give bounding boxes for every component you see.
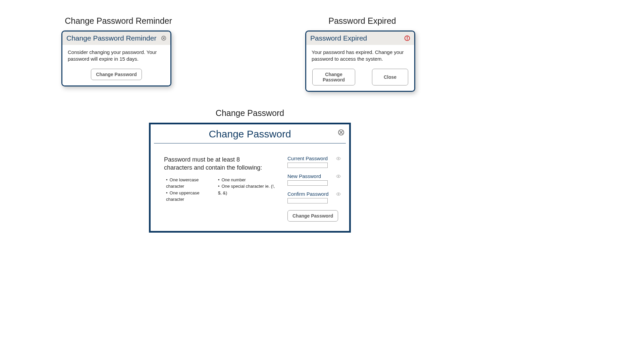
- reminder-dialog: Change Password Reminder Consider changi…: [61, 31, 171, 86]
- expired-actions: Change Password Close: [312, 69, 409, 85]
- rule-special: One special character ie. (!, $, &): [218, 183, 277, 196]
- expired-body-text: Your password has expired. Change your p…: [312, 49, 409, 63]
- confirm-password-input[interactable]: [287, 198, 328, 203]
- eye-icon[interactable]: [336, 156, 341, 161]
- field-confirm-password: Confirm Password: [287, 191, 341, 203]
- field-new-password: New Password: [287, 173, 341, 186]
- eye-icon[interactable]: [336, 174, 341, 179]
- reminder-dialog-header: Change Password Reminder: [62, 32, 170, 45]
- close-button[interactable]: Close: [372, 69, 408, 85]
- password-form: Current Password New Password: [287, 156, 341, 222]
- svg-point-7: [338, 193, 339, 194]
- section-expired: Password Expired Password Expired Your p…: [305, 16, 419, 92]
- field-label-row: Current Password: [287, 156, 341, 161]
- section-title-expired: Password Expired: [305, 16, 419, 26]
- svg-point-3: [407, 39, 408, 40]
- reminder-dialog-body: Consider changing your password. Your pa…: [62, 45, 170, 85]
- eye-icon[interactable]: [336, 191, 341, 197]
- section-title-change: Change Password: [149, 108, 351, 118]
- new-password-input[interactable]: [287, 180, 328, 186]
- expired-dialog-title: Password Expired: [310, 34, 367, 42]
- expired-dialog-header: Password Expired: [306, 32, 414, 45]
- change-dialog-title: Change Password: [157, 128, 342, 140]
- close-icon[interactable]: [161, 36, 166, 41]
- expired-dialog-body: Your password has expired. Change your p…: [306, 45, 414, 91]
- confirm-password-label: Confirm Password: [287, 191, 329, 197]
- password-rules: Password must be at least 8 characters a…: [164, 156, 277, 222]
- section-reminder: Change Password Reminder Change Password…: [61, 16, 175, 86]
- svg-point-6: [338, 176, 339, 177]
- change-password-button[interactable]: Change Password: [91, 69, 142, 80]
- rule-uppercase: One uppercase character: [166, 190, 213, 203]
- rules-intro: Password must be at least 8 characters a…: [164, 156, 265, 172]
- change-dialog-body: Password must be at least 8 characters a…: [151, 143, 349, 231]
- rules-list-1: One lowercase character One uppercase ch…: [166, 177, 213, 203]
- current-password-label: Current Password: [287, 156, 328, 161]
- new-password-label: New Password: [287, 173, 321, 179]
- svg-point-5: [338, 158, 339, 159]
- form-actions: Change Password: [287, 210, 341, 222]
- reminder-actions: Change Password: [68, 69, 165, 80]
- rules-list-2: One number One special character ie. (!,…: [218, 177, 277, 203]
- reminder-body-text: Consider changing your password. Your pa…: [68, 49, 165, 63]
- rule-lowercase: One lowercase character: [166, 177, 213, 190]
- field-label-row: New Password: [287, 173, 341, 179]
- rules-lists: One lowercase character One uppercase ch…: [166, 177, 277, 203]
- close-icon[interactable]: [338, 129, 344, 136]
- alert-icon: [404, 35, 410, 41]
- expired-dialog: Password Expired Your password has expir…: [305, 31, 415, 92]
- field-label-row: Confirm Password: [287, 191, 341, 197]
- change-dialog-header: Change Password: [154, 124, 346, 143]
- change-password-button[interactable]: Change Password: [312, 69, 355, 85]
- submit-change-password-button[interactable]: Change Password: [287, 210, 338, 222]
- reminder-dialog-title: Change Password Reminder: [66, 34, 156, 42]
- field-current-password: Current Password: [287, 156, 341, 168]
- current-password-input[interactable]: [287, 163, 328, 168]
- section-change-password: Change Password Change Password Password…: [149, 108, 351, 233]
- change-password-dialog: Change Password Password must be at leas…: [149, 123, 351, 233]
- section-title-reminder: Change Password Reminder: [61, 16, 175, 26]
- rule-number: One number: [218, 177, 277, 183]
